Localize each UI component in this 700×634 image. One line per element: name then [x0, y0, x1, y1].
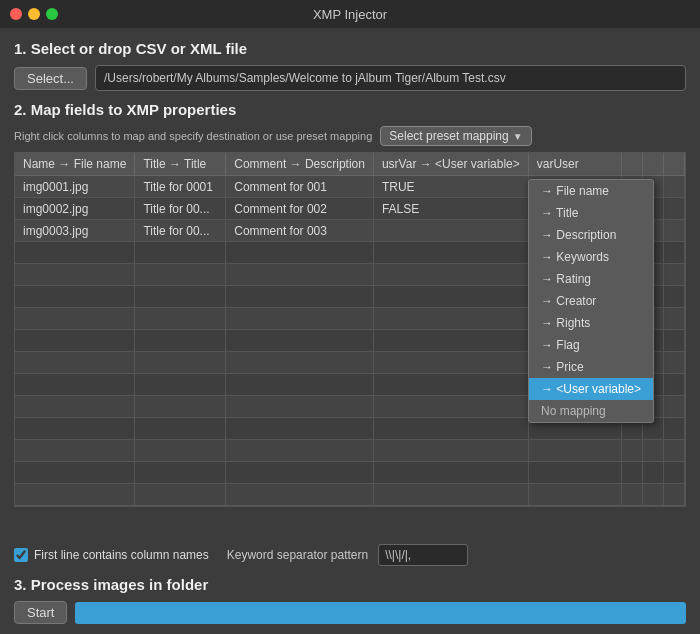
section3-title: 3. Process images in folder — [14, 576, 686, 593]
section3: 3. Process images in folder Start — [14, 576, 686, 624]
start-button[interactable]: Start — [14, 601, 67, 624]
first-line-checkbox[interactable] — [14, 548, 28, 562]
cell-title: Title for 00... — [135, 220, 226, 242]
col-header-title[interactable]: Title → Title — [135, 153, 226, 176]
col-header-usrvar[interactable]: usrVar → <User variable> — [373, 153, 528, 176]
mapping-option-keywords[interactable]: → Keywords — [529, 246, 653, 268]
mapping-option-filename[interactable]: → File name — [529, 180, 653, 202]
table-row — [15, 440, 685, 462]
cell-title: Title for 00... — [135, 198, 226, 220]
traffic-lights — [0, 8, 58, 20]
mapping-option-title[interactable]: → Title — [529, 202, 653, 224]
cell-name: img0002.jpg — [15, 198, 135, 220]
file-path-input[interactable] — [95, 65, 686, 91]
first-line-label: First line contains column names — [34, 548, 209, 562]
close-button[interactable] — [10, 8, 22, 20]
table-header-row: Name → File name Title → Title Comment →… — [15, 153, 685, 176]
preset-dropdown-label: Select preset mapping — [389, 129, 508, 143]
first-line-checkbox-row: First line contains column names — [14, 548, 209, 562]
process-row: Start — [14, 601, 686, 624]
col-header-name[interactable]: Name → File name — [15, 153, 135, 176]
title-bar: XMP Injector — [0, 0, 700, 28]
col-header-extra1[interactable] — [621, 153, 642, 176]
mapping-option-rating[interactable]: → Rating — [529, 268, 653, 290]
cell-usrvar: FALSE — [373, 198, 528, 220]
table-row — [15, 484, 685, 506]
col-header-varuser[interactable]: varUser — [528, 153, 621, 176]
file-row: Select... — [14, 65, 686, 91]
cell-comment: Comment for 003 — [226, 220, 374, 242]
map-subtitle-row: Right click columns to map and specify d… — [14, 126, 686, 146]
cell-name: img0001.jpg — [15, 176, 135, 198]
cell-usrvar — [373, 220, 528, 242]
cell-name: img0003.jpg — [15, 220, 135, 242]
map-subtitle-text: Right click columns to map and specify d… — [14, 130, 372, 142]
cell-extra3 — [663, 220, 684, 242]
cell-usrvar: TRUE — [373, 176, 528, 198]
select-file-button[interactable]: Select... — [14, 67, 87, 90]
chevron-down-icon: ▼ — [513, 131, 523, 142]
mapping-option-flag[interactable]: → Flag — [529, 334, 653, 356]
section2: 2. Map fields to XMP properties Right cl… — [14, 101, 686, 507]
bottom-bar: First line contains column names Keyword… — [14, 544, 686, 566]
keyword-separator-label: Keyword separator pattern — [227, 548, 368, 562]
mapping-option-description[interactable]: → Description — [529, 224, 653, 246]
mapping-option-no-mapping[interactable]: No mapping — [529, 400, 653, 422]
keyword-separator-input[interactable] — [378, 544, 468, 566]
mapping-option-price[interactable]: → Price — [529, 356, 653, 378]
col-header-extra2[interactable] — [642, 153, 663, 176]
column-mapping-dropdown[interactable]: → File name → Title → Description → Keyw… — [528, 179, 654, 423]
cell-comment: Comment for 002 — [226, 198, 374, 220]
window-title: XMP Injector — [313, 7, 387, 22]
col-header-extra3[interactable] — [663, 153, 684, 176]
cell-extra3 — [663, 176, 684, 198]
progress-bar — [75, 602, 686, 624]
preset-mapping-dropdown[interactable]: Select preset mapping ▼ — [380, 126, 531, 146]
col-header-comment[interactable]: Comment → Description — [226, 153, 374, 176]
zoom-button[interactable] — [46, 8, 58, 20]
section1: 1. Select or drop CSV or XML file Select… — [14, 40, 686, 91]
data-table-container: Name → File name Title → Title Comment →… — [14, 152, 686, 507]
mapping-option-user-variable[interactable]: → <User variable> — [529, 378, 653, 400]
mapping-option-rights[interactable]: → Rights — [529, 312, 653, 334]
table-row — [15, 462, 685, 484]
minimize-button[interactable] — [28, 8, 40, 20]
mapping-option-creator[interactable]: → Creator — [529, 290, 653, 312]
cell-extra3 — [663, 198, 684, 220]
section1-title: 1. Select or drop CSV or XML file — [14, 40, 686, 57]
section2-title: 2. Map fields to XMP properties — [14, 101, 686, 118]
main-content: 1. Select or drop CSV or XML file Select… — [0, 28, 700, 525]
cell-comment: Comment for 001 — [226, 176, 374, 198]
cell-title: Title for 0001 — [135, 176, 226, 198]
